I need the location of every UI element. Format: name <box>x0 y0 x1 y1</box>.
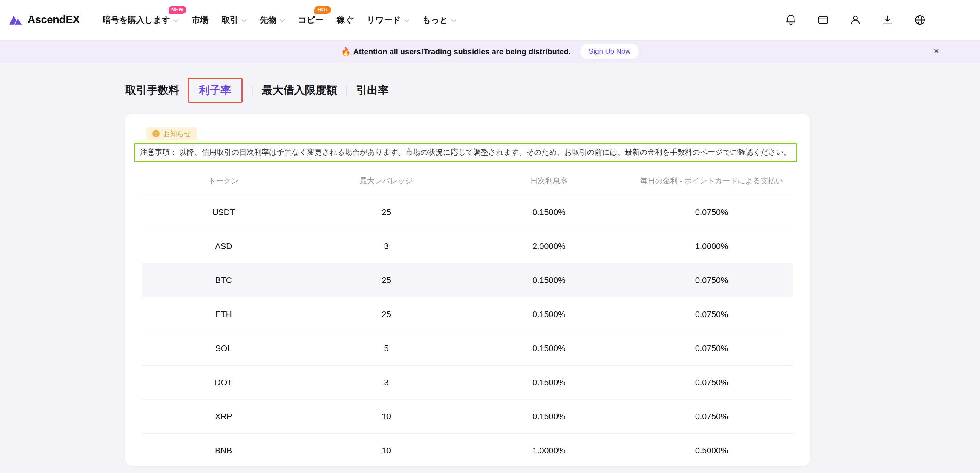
tab-divider: | <box>251 85 253 95</box>
announcement-text: 🔥 Attention all users!Trading subsidies … <box>341 47 571 56</box>
col-header-max_leverage: 最大レバレッジ <box>305 168 468 195</box>
nav-badge-new: NEW <box>169 6 186 14</box>
cell-daily_interest_points_card: 0.0750% <box>630 399 793 433</box>
brand-logo[interactable]: AscendEX <box>8 13 80 27</box>
chevron-down-icon <box>451 19 456 22</box>
cell-daily_interest_points_card: 0.0750% <box>630 331 793 365</box>
cell-max_leverage: 3 <box>305 229 468 263</box>
cell-max_leverage: 25 <box>305 195 468 229</box>
page: AscendEX 暗号を購入しますNEW市場取引先物コピーHOT稼ぐリワードもっ… <box>0 0 980 473</box>
cell-token: ETH <box>142 297 305 331</box>
nav-item-copy-trading[interactable]: コピーHOT <box>298 11 324 29</box>
nav-item-label: 先物 <box>260 14 277 25</box>
table-body: USDT250.1500%0.0750%ASD32.0000%1.0000%BT… <box>142 195 793 466</box>
interest-rates-table: トークン最大レバレッジ日次利息率毎日の金利 - ポイントカードによる支払い US… <box>142 168 793 466</box>
notice-badge-label: お知らせ <box>163 129 191 138</box>
nav-item-label: 取引 <box>222 14 239 25</box>
bell-icon[interactable] <box>784 14 797 26</box>
table-row-xrp: XRP100.1500%0.0750% <box>142 399 793 433</box>
cell-daily_interest_points_card: 1.0000% <box>630 229 793 263</box>
announcement-message: Attention all users!Trading subsidies ar… <box>353 47 571 56</box>
nav-item-more[interactable]: もっと <box>422 11 456 29</box>
cell-token: ASD <box>142 229 305 263</box>
chevron-down-icon <box>404 19 409 22</box>
cell-token: XRP <box>142 399 305 433</box>
cell-max_leverage: 3 <box>305 365 468 399</box>
cell-daily_interest_rate: 0.1500% <box>468 399 630 433</box>
navbar-icons <box>784 14 926 26</box>
sign-up-now-button[interactable]: Sign Up Now <box>580 44 639 59</box>
table-row-eth: ETH250.1500%0.0750% <box>142 297 793 331</box>
nav-item-label: 稼ぐ <box>337 14 354 25</box>
table-header-row: トークン最大レバレッジ日次利息率毎日の金利 - ポイントカードによる支払い <box>142 168 793 195</box>
notice-text: 注意事項： 以降、信用取引の日次利率は予告なく変更される場合があります。市場の状… <box>134 143 797 162</box>
cell-daily_interest_rate: 0.1500% <box>468 195 630 229</box>
info-icon <box>153 130 159 137</box>
download-icon[interactable] <box>881 14 894 26</box>
announcement-banner: 🔥 Attention all users!Trading subsidies … <box>0 40 980 63</box>
cell-daily_interest_rate: 0.1500% <box>468 331 630 365</box>
cell-daily_interest_rate: 1.0000% <box>468 433 630 466</box>
ascendex-logo-icon <box>8 13 23 27</box>
table-row-usdt: USDT250.1500%0.0750% <box>142 195 793 229</box>
notice-badge: お知らせ <box>146 127 197 140</box>
col-header-daily_interest_points_card: 毎日の金利 - ポイントカードによる支払い <box>630 168 793 195</box>
nav-item-label: リワード <box>367 14 401 25</box>
cell-daily_interest_points_card: 0.0750% <box>630 263 793 297</box>
cell-daily_interest_points_card: 0.0750% <box>630 365 793 399</box>
cell-daily_interest_rate: 0.1500% <box>468 263 630 297</box>
chevron-down-icon <box>242 19 247 22</box>
nav-item-earn[interactable]: 稼ぐ <box>337 11 354 29</box>
cell-daily_interest_rate: 0.1500% <box>468 365 630 399</box>
nav-item-futures[interactable]: 先物 <box>260 11 285 29</box>
fire-icon: 🔥 <box>341 47 351 56</box>
cell-daily_interest_points_card: 0.5000% <box>630 433 793 466</box>
cell-daily_interest_points_card: 0.0750% <box>630 297 793 331</box>
table-row-bnb: BNB101.0000%0.5000% <box>142 433 793 466</box>
tab-withdrawal-rate[interactable]: 引出率 <box>356 83 389 97</box>
cell-max_leverage: 25 <box>305 263 468 297</box>
tab-divider: | <box>345 85 348 95</box>
cell-max_leverage: 10 <box>305 433 468 466</box>
nav-item-trade[interactable]: 取引 <box>222 11 247 29</box>
cell-max_leverage: 5 <box>305 331 468 365</box>
interest-rate-card: お知らせ 注意事項： 以降、信用取引の日次利率は予告なく変更される場合があります… <box>125 114 810 466</box>
fee-tabs: 取引手数料利子率|最大借入限度額|引出率 <box>126 78 980 102</box>
nav-item-label: もっと <box>422 14 448 25</box>
chevron-down-icon <box>280 19 285 22</box>
cell-token: USDT <box>142 195 305 229</box>
nav-item-label: 暗号を購入します <box>102 14 170 25</box>
cell-daily_interest_rate: 2.0000% <box>468 229 630 263</box>
cell-max_leverage: 25 <box>305 297 468 331</box>
table-row-sol: SOL50.1500%0.0750% <box>142 331 793 365</box>
cell-daily_interest_rate: 0.1500% <box>468 297 630 331</box>
nav-item-buy-crypto[interactable]: 暗号を購入しますNEW <box>102 11 179 29</box>
wallet-icon[interactable] <box>817 14 829 26</box>
table-row-asd: ASD32.0000%1.0000% <box>142 229 793 263</box>
table-row-dot: DOT30.1500%0.0750% <box>142 365 793 399</box>
table-row-btc: BTC250.1500%0.0750% <box>142 263 793 297</box>
cell-daily_interest_points_card: 0.0750% <box>630 195 793 229</box>
cell-max_leverage: 10 <box>305 399 468 433</box>
close-icon[interactable]: × <box>933 45 939 57</box>
nav-item-rewards[interactable]: リワード <box>367 11 409 29</box>
user-icon[interactable] <box>849 14 862 26</box>
col-header-daily_interest_rate: 日次利息率 <box>468 168 630 195</box>
tab-trading-fees[interactable]: 取引手数料 <box>126 83 179 97</box>
nav-item-label: 市場 <box>192 14 208 25</box>
globe-icon[interactable] <box>914 14 926 26</box>
tab-interest-rate[interactable]: 利子率 <box>188 78 243 103</box>
cell-token: BTC <box>142 263 305 297</box>
tab-max-borrowing-limit[interactable]: 最大借入限度額 <box>262 83 337 97</box>
nav-badge-hot: HOT <box>315 6 331 14</box>
top-navbar: AscendEX 暗号を購入しますNEW市場取引先物コピーHOT稼ぐリワードもっ… <box>0 0 980 40</box>
cell-token: SOL <box>142 331 305 365</box>
main-nav: 暗号を購入しますNEW市場取引先物コピーHOT稼ぐリワードもっと <box>102 11 457 29</box>
col-header-token: トークン <box>142 168 305 195</box>
nav-item-markets[interactable]: 市場 <box>192 11 208 29</box>
cell-token: DOT <box>142 365 305 399</box>
chevron-down-icon <box>173 19 179 22</box>
nav-item-label: コピー <box>298 14 324 25</box>
cell-token: BNB <box>142 433 305 466</box>
main-content: 取引手数料利子率|最大借入限度額|引出率 お知らせ 注意事項： 以降、信用取引の… <box>0 78 980 466</box>
